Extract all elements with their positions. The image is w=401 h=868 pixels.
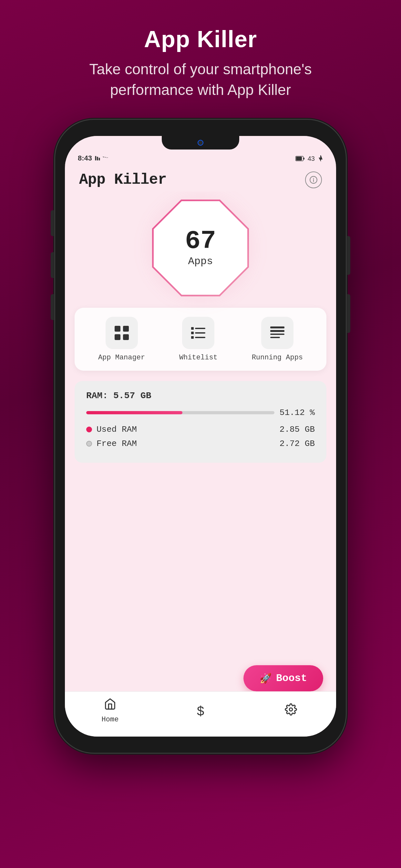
svg-rect-5 xyxy=(304,158,305,159)
used-ram-label: Used RAM xyxy=(96,425,137,434)
app-title: App Killer xyxy=(79,172,166,188)
phone-screen: 8:43 43 App Killer xyxy=(65,136,336,737)
ram-bar-track xyxy=(86,411,274,414)
page-subtitle: Take control of your smartphone's perfor… xyxy=(62,59,339,100)
used-ram-dot xyxy=(86,427,92,432)
ram-bar-row: 51.12 % xyxy=(86,408,315,417)
action-card: App Manager Whitelist xyxy=(74,308,327,371)
svg-rect-4 xyxy=(296,157,302,160)
svg-rect-17 xyxy=(191,336,194,339)
running-apps-button[interactable]: Running Apps xyxy=(252,317,303,362)
nav-settings[interactable] xyxy=(268,703,313,718)
svg-rect-14 xyxy=(195,328,205,329)
home-icon xyxy=(104,698,116,713)
svg-rect-12 xyxy=(123,334,129,340)
page-header: App Killer Take control of your smartpho… xyxy=(62,26,339,100)
nav-home[interactable]: Home xyxy=(88,698,133,724)
boost-button[interactable]: 🚀 Boost xyxy=(243,665,323,691)
settings-icon xyxy=(285,703,297,718)
free-ram-dot xyxy=(86,441,92,446)
phone-shell: 8:43 43 App Killer xyxy=(55,120,346,753)
ram-bar-fill xyxy=(86,411,182,414)
battery-level: 43 xyxy=(308,155,315,162)
svg-rect-21 xyxy=(270,334,284,335)
octagon-container: 67 Apps xyxy=(154,201,247,295)
used-ram-row: Used RAM 2.85 GB xyxy=(86,425,315,434)
info-button[interactable] xyxy=(305,172,322,188)
ram-percent: 51.12 % xyxy=(280,408,315,417)
main-content: 67 Apps App Manager xyxy=(65,191,336,691)
svg-rect-19 xyxy=(270,327,284,329)
running-apps-label: Running Apps xyxy=(252,353,303,362)
notch xyxy=(162,136,239,150)
svg-rect-1 xyxy=(97,157,98,160)
free-ram-row: Free RAM 2.72 GB xyxy=(86,439,315,448)
svg-rect-9 xyxy=(115,326,120,332)
status-right: 43 xyxy=(296,155,323,162)
boost-label: Boost xyxy=(276,672,307,684)
whitelist-label: Whitelist xyxy=(179,353,218,362)
free-ram-value: 2.72 GB xyxy=(280,439,315,448)
app-manager-label: App Manager xyxy=(98,353,145,362)
ram-title: RAM: 5.57 GB xyxy=(86,391,315,401)
svg-rect-13 xyxy=(191,327,194,330)
app-count-number: 67 xyxy=(185,228,216,254)
home-label: Home xyxy=(102,716,119,724)
lines-icon xyxy=(269,324,286,341)
page-title: App Killer xyxy=(62,26,339,52)
svg-point-23 xyxy=(289,708,292,711)
list-icon xyxy=(190,324,207,341)
app-count-octagon: 67 Apps xyxy=(154,201,247,295)
bottom-nav: Home $ xyxy=(65,691,336,737)
svg-rect-11 xyxy=(115,334,120,340)
svg-rect-16 xyxy=(195,332,205,334)
svg-rect-2 xyxy=(99,158,100,160)
nav-dollar[interactable]: $ xyxy=(178,704,223,718)
app-manager-icon-box xyxy=(105,317,138,349)
app-manager-button[interactable]: App Manager xyxy=(98,317,145,362)
grid-icon xyxy=(113,324,130,341)
app-header: App Killer xyxy=(65,165,336,191)
dollar-icon: $ xyxy=(197,704,204,718)
svg-rect-20 xyxy=(270,330,284,332)
running-apps-icon-box xyxy=(261,317,294,349)
status-bar: 8:43 43 xyxy=(65,136,336,165)
status-time: 8:43 xyxy=(78,154,108,162)
free-ram-label: Free RAM xyxy=(96,439,137,448)
app-count-label: Apps xyxy=(188,255,213,268)
svg-rect-10 xyxy=(123,326,129,332)
svg-rect-22 xyxy=(270,337,280,338)
svg-rect-18 xyxy=(195,337,205,338)
ram-card: RAM: 5.57 GB 51.12 % Used RAM 2.85 GB xyxy=(74,381,327,463)
notch-camera xyxy=(197,140,204,146)
whitelist-icon-box xyxy=(182,317,214,349)
boost-row: 🚀 Boost xyxy=(74,665,327,691)
svg-rect-0 xyxy=(95,156,96,160)
boost-icon: 🚀 xyxy=(259,673,272,684)
used-ram-value: 2.85 GB xyxy=(280,425,315,434)
svg-rect-15 xyxy=(191,332,194,334)
whitelist-button[interactable]: Whitelist xyxy=(179,317,218,362)
